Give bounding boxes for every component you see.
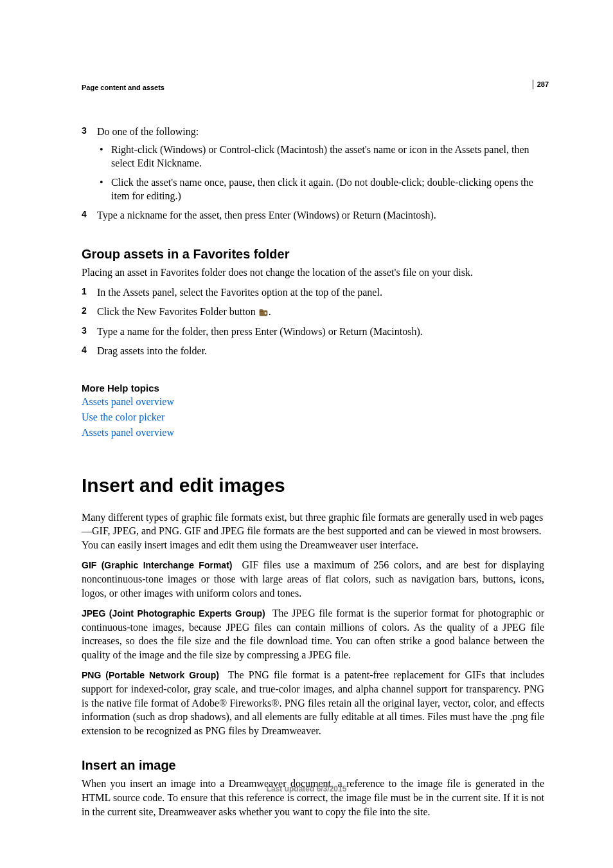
step-text: Type a name for the folder, then press E… [97, 326, 423, 337]
step-text-before: Click the New Favorites Folder button [97, 306, 258, 317]
step-number: 4 [82, 208, 87, 221]
step-4: 4 Type a nickname for the asset, then pr… [82, 208, 544, 222]
step-text-after: . [269, 306, 271, 317]
footer-last-updated: Last updated 6/3/2015 [0, 784, 613, 793]
heading-group-assets: Group assets in a Favorites folder [82, 247, 544, 262]
heading-insert-edit-images: Insert and edit images [82, 475, 544, 496]
step-text: Type a nickname for the asset, then pres… [97, 210, 436, 221]
step-3: 3 Do one of the following: Right-click (… [82, 125, 544, 203]
insert-image-text: When you insert an image into a Dreamwea… [82, 777, 544, 818]
chapter-intro: Many different types of graphic file for… [82, 511, 544, 552]
step-number: 3 [82, 125, 87, 137]
group-step-1: 1 In the Assets panel, select the Favori… [82, 285, 544, 300]
step-text: Drag assets into the folder. [97, 345, 207, 356]
gif-paragraph: GIF (Graphic Interchange Format) GIF fil… [82, 558, 544, 600]
step-number: 3 [82, 325, 87, 337]
jpeg-paragraph: JPEG (Joint Photographic Experts Group) … [82, 606, 544, 662]
png-paragraph: PNG (Portable Network Group) The PNG fil… [82, 668, 544, 737]
group-step-2: 2 Click the New Favorites Folder button … [82, 305, 544, 320]
link-use-color-picker[interactable]: Use the color picker [82, 411, 544, 423]
group-step-3: 3 Type a name for the folder, then press… [82, 325, 544, 339]
svg-rect-3 [265, 312, 266, 314]
running-head: Page content and assets [82, 84, 549, 91]
link-assets-panel-overview-2[interactable]: Assets panel overview [82, 427, 544, 439]
png-label: PNG (Portable Network Group) [82, 670, 219, 680]
svg-rect-1 [260, 309, 263, 311]
step-text: In the Assets panel, select the Favorite… [97, 287, 382, 298]
new-favorites-folder-icon [259, 306, 268, 320]
step-number: 1 [82, 285, 87, 298]
link-assets-panel-overview[interactable]: Assets panel overview [82, 396, 544, 408]
page-number: 287 [533, 80, 549, 89]
group-intro: Placing an asset in Favorites folder doe… [82, 266, 544, 280]
step-number: 4 [82, 344, 87, 356]
jpeg-label: JPEG (Joint Photographic Experts Group) [82, 608, 265, 619]
bullet-item: Click the asset's name once, pause, then… [97, 176, 544, 203]
bullet-item: Right-click (Windows) or Control-click (… [97, 143, 544, 170]
gif-label: GIF (Graphic Interchange Format) [82, 560, 232, 570]
group-step-4: 4 Drag assets into the folder. [82, 344, 544, 358]
heading-insert-image: Insert an image [82, 758, 544, 773]
step-number: 2 [82, 305, 87, 317]
step-text: Do one of the following: [97, 126, 199, 137]
heading-more-help: More Help topics [82, 383, 544, 393]
